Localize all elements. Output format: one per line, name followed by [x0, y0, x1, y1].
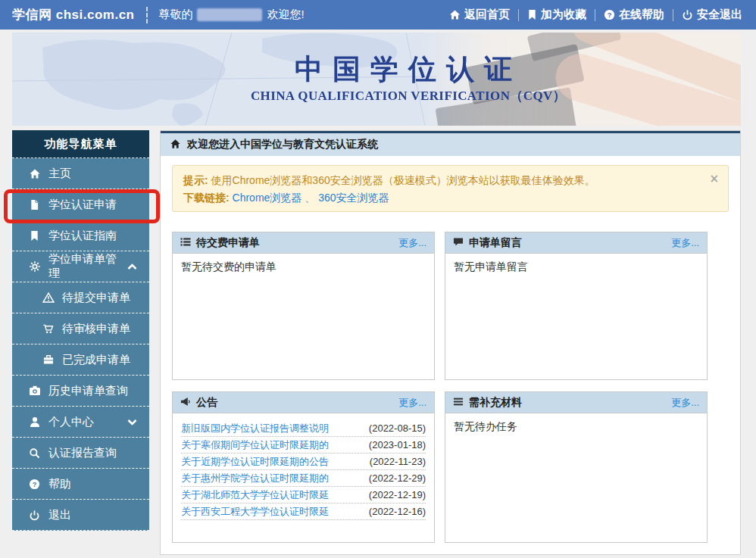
camera-icon: [28, 385, 41, 396]
welcome-title: 欢迎您进入中国学位与教育文凭认证系统: [187, 138, 378, 151]
sidebar-item-label: 学位认证申请: [48, 198, 117, 212]
list-alt-icon: [453, 396, 464, 410]
greeting-prefix: 尊敬的: [158, 8, 192, 22]
panel-materials: 需补充材料 更多... 暂无待办任务: [445, 391, 708, 543]
sidebar-item-logout[interactable]: 退出: [12, 500, 149, 531]
sidebar-item-history[interactable]: 历史申请单查询: [12, 376, 149, 407]
panel-empty-text: 暂无申请单留言: [445, 254, 707, 281]
bookmark-icon: [28, 230, 41, 242]
comment-icon: [453, 236, 464, 250]
announcement-link[interactable]: 关于寒假期间学位认证时限延期的: [181, 438, 329, 452]
announcement-link[interactable]: 关于西安工程大学学位认证时限延: [181, 505, 329, 519]
announcement-date: (2022-08-15): [369, 422, 426, 434]
close-icon[interactable]: ×: [709, 170, 719, 188]
panel-title: 待交费申请单: [196, 236, 260, 250]
sidebar-item-degree-apply[interactable]: 学位认证申请: [12, 189, 149, 220]
announcement-date: (2022-12-19): [369, 489, 426, 500]
announcement-date: (2023-01-18): [369, 439, 426, 450]
topbar-link-label: 返回首页: [464, 8, 510, 22]
topbar-separator: [595, 9, 595, 21]
sidebar-item-completed[interactable]: 已完成申请单: [12, 344, 149, 376]
megaphone-icon: [180, 396, 191, 410]
file-icon: [28, 199, 41, 210]
topbar-link-label: 在线帮助: [619, 8, 664, 22]
more-link[interactable]: 更多...: [671, 236, 699, 250]
announcement-link[interactable]: 关于惠州学院学位认证时限延期的: [181, 472, 329, 485]
question-circle-icon: ?: [28, 479, 41, 490]
topbar-link-favorite[interactable]: 加为收藏: [527, 8, 586, 22]
cart-icon: [42, 323, 55, 335]
banner-text: 中国学位认证 CHINA QUALIFICATION VERIFICATION（…: [12, 33, 741, 126]
redacted-username: [197, 8, 262, 21]
panel-messages: 申请单留言 更多... 暂无申请单留言: [445, 232, 708, 380]
topbar-link-label: 加为收藏: [541, 8, 586, 22]
home-icon: [170, 139, 181, 151]
sidebar-item-label: 学位认证指南: [48, 229, 117, 243]
tip-download-label: 下载链接:: [183, 192, 230, 204]
panel-header: 需补充材料 更多...: [445, 392, 707, 413]
briefcase-icon: [42, 354, 55, 365]
panel-title: 公告: [196, 396, 217, 410]
sidebar-item-label: 主页: [48, 167, 71, 181]
chevron-down-icon: [127, 419, 137, 426]
tip-text: 使用Chrome浏览器和360安全浏览器（极速模式）浏览本站以获取最佳体验效果。: [211, 174, 595, 186]
browser-tip-box: 提示: 使用Chrome浏览器和360安全浏览器（极速模式）浏览本站以获取最佳体…: [172, 165, 729, 212]
sidebar: 功能导航菜单 主页 学位认证申请 学位认证指南 学位申请单管理 待提交申请单 待…: [12, 130, 149, 531]
sidebar-item-label: 待审核申请单: [62, 322, 130, 336]
announcement-row: 关于近期学位认证时限延期的公告 (2022-11-23): [181, 454, 426, 470]
sidebar-item-pending-review[interactable]: 待审核申请单: [12, 313, 149, 344]
sidebar-item-help[interactable]: ? 帮助: [12, 469, 149, 500]
announcement-date: (2022-12-29): [369, 472, 426, 484]
topbar-link-home[interactable]: 返回首页: [449, 8, 510, 22]
warning-icon: [42, 292, 55, 303]
chevron-up-icon: [127, 263, 137, 270]
main-content: 欢迎您进入中国学位与教育文凭认证系统 提示: 使用Chrome浏览器和360安全…: [160, 130, 741, 555]
announcement-link[interactable]: 关于湖北师范大学学位认证时限延: [181, 488, 329, 502]
sidebar-item-personal[interactable]: 个人中心: [12, 407, 149, 438]
sidebar-item-report-query[interactable]: 认证报告查询: [12, 438, 149, 469]
sidebar-item-manage[interactable]: 学位申请单管理: [12, 251, 149, 282]
welcome-header: 欢迎您进入中国学位与教育文凭认证系统: [161, 131, 740, 156]
site-logo[interactable]: 学信网 chsi.com.cn: [12, 6, 134, 23]
search-icon: [28, 447, 41, 459]
tip-line2: 下载链接: Chrome浏览器 、 360安全浏览器: [183, 189, 717, 207]
banner-title: 中国学位认证: [295, 54, 522, 86]
panel-title: 申请单留言: [469, 236, 522, 250]
topbar-link-logout[interactable]: 安全退出: [682, 8, 742, 22]
chrome-download-link[interactable]: Chrome浏览器: [233, 192, 302, 204]
topbar-link-help[interactable]: ? 在线帮助: [604, 8, 664, 22]
svg-text:?: ?: [33, 480, 37, 488]
banner-subtitle: CHINA QUALIFICATION VERIFICATION（CQV）: [251, 87, 566, 104]
gear-icon: [28, 260, 41, 273]
sidebar-item-label: 待提交申请单: [62, 291, 130, 305]
panel-title: 需补充材料: [469, 396, 522, 410]
sidebar-item-guide[interactable]: 学位认证指南: [12, 220, 149, 251]
sidebar-item-label: 历史申请单查询: [48, 384, 128, 398]
sidebar-item-pending-submit[interactable]: 待提交申请单: [12, 282, 149, 313]
panel-header: 申请单留言 更多...: [445, 232, 707, 254]
power-icon: [28, 510, 41, 521]
more-link[interactable]: 更多...: [398, 236, 426, 250]
sidebar-item-home[interactable]: 主页: [12, 158, 149, 189]
panel-announcements: 公告 更多... 新旧版国内学位认证报告调整说明 (2022-08-15) 关于…: [172, 391, 435, 543]
topbar-links: 返回首页 加为收藏 ? 在线帮助 安全退出: [449, 8, 742, 22]
user-icon: [28, 416, 41, 428]
list-icon: [180, 236, 191, 250]
more-link[interactable]: 更多...: [398, 396, 426, 410]
announcement-row: 关于湖北师范大学学位认证时限延 (2022-12-19): [181, 487, 426, 503]
greeting: 尊敬的 欢迎您!: [158, 8, 304, 22]
announcement-link[interactable]: 关于近期学位认证时限延期的公告: [181, 455, 329, 469]
announcement-link[interactable]: 新旧版国内学位认证报告调整说明: [181, 422, 329, 435]
tip-label: 提示:: [183, 174, 208, 186]
sidebar-item-label: 帮助: [48, 477, 71, 491]
home-icon: [449, 9, 461, 20]
announcement-row: 新旧版国内学位认证报告调整说明 (2022-08-15): [181, 420, 426, 437]
panel-empty-text: 暂无待交费的申请单: [173, 254, 434, 281]
more-link[interactable]: 更多...: [671, 396, 699, 410]
panel-header: 待交费申请单 更多...: [173, 232, 434, 254]
svg-text:?: ?: [608, 11, 612, 19]
360-download-link[interactable]: 360安全浏览器: [318, 192, 389, 204]
topbar-divider: [146, 7, 148, 23]
banner: 中国学位认证 CHINA QUALIFICATION VERIFICATION（…: [12, 33, 741, 126]
panel-pending-payment: 待交费申请单 更多... 暂无待交费的申请单: [172, 232, 435, 380]
